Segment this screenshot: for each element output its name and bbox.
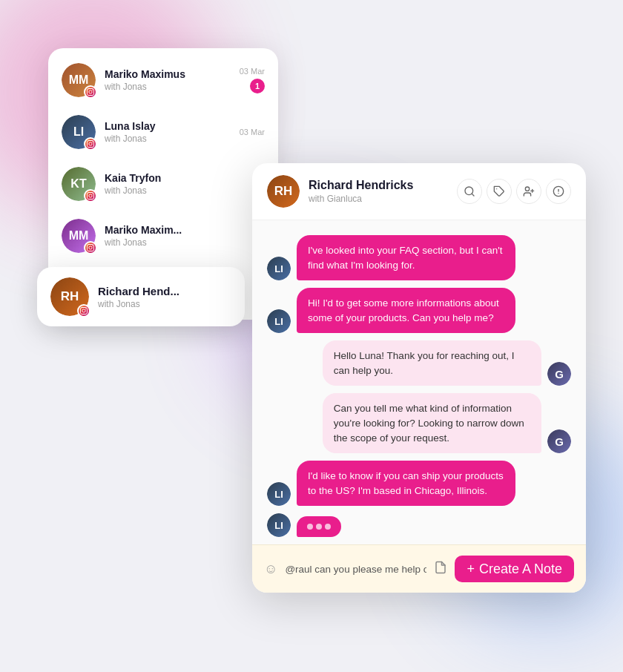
avatar-wrap: MM [62, 219, 96, 253]
conv-name: Mariko Maxim... [105, 224, 265, 236]
avatar-wrap: MM [62, 63, 96, 97]
add-user-button[interactable] [516, 179, 541, 204]
message-row-typing: LI [267, 513, 571, 537]
conv-date: 03 Mar [240, 67, 265, 76]
chat-input-field[interactable] [285, 564, 426, 575]
message-bubble-1: I've looked into your FAQ section, but I… [297, 235, 515, 280]
svg-line-1 [472, 194, 474, 196]
instagram-badge [84, 189, 97, 202]
chat-contact-sub: with Gianluca [309, 194, 448, 204]
msg-avatar-luna: LI [267, 309, 291, 333]
conv-sub: with Jonas [105, 134, 231, 144]
message-bubble-5: I'd like to know if you can ship your pr… [297, 461, 515, 506]
instagram-badge [84, 137, 97, 151]
avatar-wrap: LI [62, 115, 96, 149]
message-row-4: Can you tell me what kind of information… [267, 393, 571, 453]
active-conv-sub: with Jonas [98, 299, 231, 309]
chat-header-info: Richard Hendricks with Gianluca [309, 179, 448, 204]
msg-avatar-luna: LI [267, 257, 291, 280]
message-row-5: LI I'd like to know if you can ship your… [267, 461, 571, 506]
msg-avatar-gianluca: G [547, 429, 571, 453]
conv-name: Kaia Tryfon [105, 172, 265, 184]
instagram-badge [84, 241, 97, 254]
message-bubble-3: Hello Luna! Thank you for reaching out, … [323, 340, 541, 386]
instagram-badge [84, 85, 97, 99]
conv-meta: 03 Mar 1 [240, 67, 265, 93]
conv-sub: with Jonas [105, 185, 265, 196]
message-bubble-2: Hi! I'd to get some more informations ab… [297, 288, 515, 333]
tag-button[interactable] [487, 179, 512, 204]
chat-header-actions [457, 179, 571, 204]
typing-dot-1 [307, 524, 313, 530]
typing-indicator [297, 516, 341, 537]
info-button[interactable] [546, 179, 571, 204]
search-button[interactable] [457, 179, 482, 204]
conv-date: 03 Mar [240, 128, 265, 136]
conv-sub: with Jonas [105, 237, 265, 248]
conv-name: Mariko Maximus [105, 68, 231, 80]
avatar-wrap: RH [50, 277, 89, 316]
create-note-plus-icon: + [467, 562, 475, 576]
chat-contact-name: Richard Hendricks [309, 179, 448, 192]
chat-card: RH Richard Hendricks with Gianluca [252, 163, 586, 593]
typing-dot-3 [325, 524, 331, 530]
message-row-1: LI I've looked into your FAQ section, bu… [267, 235, 571, 280]
conv-item-kaia-tryfon[interactable]: KT Kaia Tryfon with Jonas [48, 158, 278, 210]
avatar-wrap: KT [62, 167, 96, 201]
conv-meta: 03 Mar [240, 128, 265, 136]
conv-name: Luna Islay [105, 120, 231, 132]
unread-badge: 1 [250, 79, 265, 93]
chat-input-bar: ☺ + Create A Note [252, 544, 586, 593]
conv-info: Kaia Tryfon with Jonas [105, 172, 265, 196]
active-conv-name: Richard Hend... [98, 285, 231, 297]
emoji-button[interactable]: ☺ [264, 561, 277, 577]
conv-info: Luna Islay with Jonas [105, 120, 231, 144]
active-conv-card[interactable]: RH Richard Hend... with Jonas [37, 267, 245, 326]
active-conv-info: Richard Hend... with Jonas [98, 285, 231, 309]
chat-header-avatar-wrap: RH [267, 175, 300, 208]
conv-item-mariko-2[interactable]: MM Mariko Maxim... with Jonas [48, 210, 278, 262]
msg-avatar-gianluca: G [547, 362, 571, 386]
instagram-badge [77, 304, 90, 317]
create-note-label: Create A Note [479, 562, 562, 576]
chat-messages: LI I've looked into your FAQ section, bu… [252, 220, 586, 544]
msg-avatar-luna: LI [267, 482, 291, 506]
create-note-button[interactable]: + Create A Note [455, 556, 574, 582]
chat-header: RH Richard Hendricks with Gianluca [252, 163, 586, 220]
msg-avatar-luna-typing: LI [267, 513, 291, 537]
message-row-3: Hello Luna! Thank you for reaching out, … [267, 340, 571, 386]
conv-sub: with Jonas [105, 82, 231, 92]
conv-info: Mariko Maximus with Jonas [105, 68, 231, 92]
conv-item-mariko-maximus[interactable]: MM Mariko Maximus with Jonas 03 Mar 1 [48, 54, 278, 106]
conv-info: Mariko Maxim... with Jonas [105, 224, 265, 248]
svg-point-3 [525, 187, 529, 191]
scene: MM Mariko Maximus with Jonas 03 Mar 1 LI [0, 0, 623, 672]
attach-button[interactable] [434, 561, 447, 577]
message-bubble-4: Can you tell me what kind of information… [323, 393, 541, 453]
typing-dot-2 [316, 524, 322, 530]
chat-header-avatar: RH [267, 175, 300, 208]
conv-item-luna-islay[interactable]: LI Luna Islay with Jonas 03 Mar [48, 106, 278, 158]
message-row-2: LI Hi! I'd to get some more informations… [267, 288, 571, 333]
